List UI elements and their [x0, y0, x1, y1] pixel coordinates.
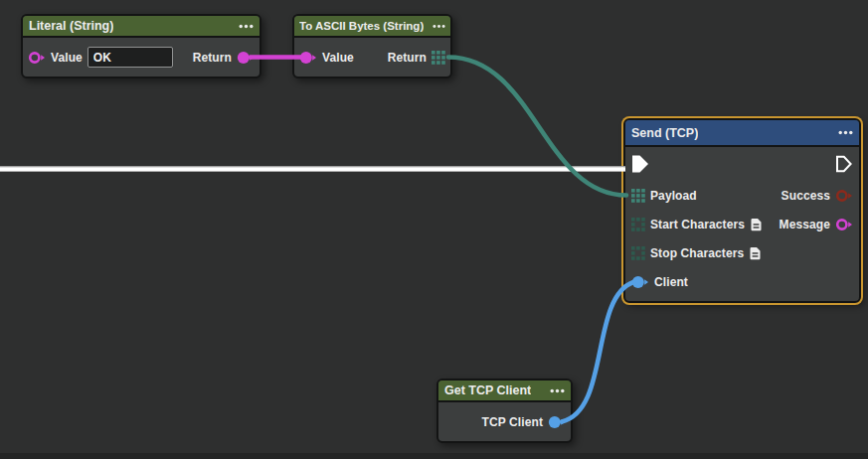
value-label: Value	[322, 51, 354, 65]
value-input[interactable]	[87, 47, 173, 68]
ellipsis-icon[interactable]	[838, 130, 853, 135]
node-header[interactable]: To ASCII Bytes (String)	[294, 16, 450, 38]
stop-characters-label: Stop Characters	[650, 246, 744, 260]
start-characters-label: Start Characters	[650, 218, 745, 231]
node-header[interactable]: Send (TCP)	[625, 120, 859, 147]
ellipsis-icon[interactable]	[550, 388, 565, 393]
node-graph-canvas[interactable]: Literal (String) Value Return	[0, 0, 868, 459]
node-title: Literal (String)	[29, 19, 113, 33]
node-title: Get TCP Client	[444, 383, 531, 397]
ellipsis-icon[interactable]	[239, 24, 254, 29]
return-label: Return	[388, 51, 427, 65]
node-title: To ASCII Bytes (String)	[299, 20, 424, 32]
exec-input-port-icon[interactable]	[631, 155, 649, 173]
payload-input-port-icon[interactable]	[631, 189, 645, 203]
node-get-tcp-client[interactable]: Get TCP Client TCP Client	[436, 379, 573, 443]
exec-output-port-icon[interactable]	[835, 155, 853, 173]
ellipsis-icon[interactable]	[433, 24, 445, 29]
stop-characters-input-port-icon[interactable]	[631, 246, 645, 260]
node-header[interactable]: Get TCP Client	[438, 381, 571, 402]
success-label: Success	[781, 189, 830, 203]
value-label: Value	[51, 51, 83, 65]
success-output-port-icon[interactable]	[835, 189, 853, 203]
value-input-port-icon[interactable]	[299, 51, 317, 65]
message-label: Message	[780, 218, 830, 231]
node-literal-string[interactable]: Literal (String) Value Return	[21, 14, 261, 78]
tcp-client-label: TCP Client	[482, 415, 543, 429]
value-input-port-icon[interactable]	[28, 51, 46, 65]
text-document-icon[interactable]	[750, 218, 763, 231]
start-characters-input-port-icon[interactable]	[631, 218, 645, 231]
return-output-port-icon[interactable]	[237, 51, 255, 65]
return-label: Return	[193, 51, 232, 65]
client-label: Client	[654, 275, 688, 289]
node-header[interactable]: Literal (String)	[23, 16, 260, 38]
payload-label: Payload	[650, 189, 697, 203]
message-output-port-icon[interactable]	[835, 218, 853, 231]
node-to-ascii-bytes[interactable]: To ASCII Bytes (String) Value Return	[292, 14, 452, 78]
text-document-icon[interactable]	[749, 246, 762, 260]
return-bytes-port-icon[interactable]	[432, 51, 445, 65]
node-title: Send (TCP)	[631, 126, 698, 140]
node-send-tcp[interactable]: Send (TCP)	[623, 118, 861, 303]
tcp-client-output-port-icon[interactable]	[548, 415, 566, 429]
client-input-port-icon[interactable]	[631, 275, 649, 289]
